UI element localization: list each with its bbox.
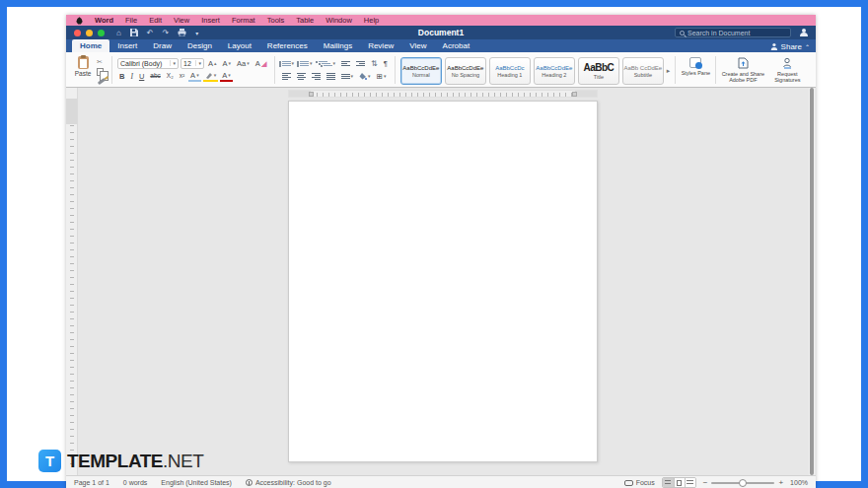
document-page[interactable]: [288, 101, 598, 462]
tab-insert[interactable]: Insert: [109, 39, 145, 52]
view-mode-web[interactable]: [685, 478, 695, 487]
tab-view[interactable]: View: [401, 39, 434, 52]
account-icon[interactable]: [799, 29, 808, 37]
vertical-scrollbar[interactable]: [809, 88, 815, 475]
page-count[interactable]: Page 1 of 1: [74, 479, 109, 486]
subscript-button[interactable]: X₂: [165, 72, 176, 81]
copy-icon[interactable]: [97, 68, 104, 76]
undo-icon[interactable]: ↶: [147, 29, 154, 37]
clipboard-small-buttons: ✂: [96, 54, 107, 86]
scrollbar-thumb[interactable]: [810, 88, 814, 475]
language-status[interactable]: English (United States): [161, 479, 232, 486]
view-mode-draft[interactable]: [663, 478, 674, 487]
zoom-window-button[interactable]: [98, 30, 105, 36]
font-name-combo[interactable]: Calibri (Body) ▾: [117, 58, 179, 69]
more-styles-icon[interactable]: ▸: [667, 67, 671, 75]
request-signatures-button[interactable]: Request Signatures: [768, 54, 806, 86]
font-color-button[interactable]: A▾: [220, 71, 233, 83]
tab-acrobat[interactable]: Acrobat: [435, 39, 478, 52]
highlight-button[interactable]: ▾: [203, 71, 219, 82]
tab-draw[interactable]: Draw: [145, 39, 180, 52]
style-title[interactable]: AaBbC Title: [578, 57, 619, 85]
view-mode-print-layout[interactable]: [674, 478, 685, 487]
underline-button[interactable]: U: [137, 72, 146, 82]
decrease-indent-button[interactable]: [339, 60, 352, 67]
sort-button[interactable]: ⇅: [369, 59, 380, 69]
menu-file[interactable]: File: [125, 16, 137, 25]
style-heading-2[interactable]: AaBbCcDdEe Heading 2: [534, 57, 575, 85]
bold-button[interactable]: B: [117, 72, 126, 82]
change-case-button[interactable]: Aa▾: [235, 59, 252, 69]
menu-help[interactable]: Help: [364, 16, 379, 25]
borders-button[interactable]: ⊞▾: [375, 72, 389, 82]
align-center-button[interactable]: [295, 72, 308, 81]
italic-button[interactable]: I: [128, 72, 135, 82]
style-heading-1[interactable]: AaBbCcDc Heading 1: [489, 57, 531, 85]
focus-toggle[interactable]: Focus: [624, 479, 655, 486]
cut-icon[interactable]: ✂: [97, 58, 106, 66]
minimize-window-button[interactable]: [86, 30, 93, 36]
paste-label: Paste: [75, 70, 92, 77]
align-right-button[interactable]: [310, 72, 323, 81]
indent-marker-left[interactable]: [309, 92, 314, 97]
style-no-spacing[interactable]: AaBbCcDdEe No Spacing: [445, 57, 486, 85]
qat-customize-icon[interactable]: ▾: [195, 30, 198, 36]
menu-view[interactable]: View: [174, 16, 189, 25]
zoom-slider-track[interactable]: [711, 482, 774, 484]
style-subtitle[interactable]: AaBb CcDdEe Subtitle: [622, 57, 664, 85]
search-box[interactable]: [675, 28, 791, 37]
save-icon[interactable]: [130, 29, 138, 36]
show-paragraph-marks-button[interactable]: ¶: [382, 59, 390, 69]
style-normal[interactable]: AaBbCcDdEe Normal: [400, 57, 442, 85]
apple-menu-icon[interactable]: [76, 17, 83, 25]
align-left-button[interactable]: [280, 72, 293, 81]
shading-button[interactable]: ▾: [357, 72, 373, 81]
indent-marker-right[interactable]: [572, 92, 577, 97]
zoom-slider-thumb[interactable]: [739, 479, 747, 487]
menu-window[interactable]: Window: [326, 16, 352, 25]
share-button[interactable]: Share ⌃: [769, 42, 810, 52]
redo-icon[interactable]: ↷: [163, 29, 170, 37]
strikethrough-button[interactable]: abc: [148, 72, 162, 81]
tab-references[interactable]: References: [259, 39, 316, 52]
menu-insert[interactable]: Insert: [201, 16, 220, 25]
clear-formatting-button[interactable]: A◢: [253, 59, 269, 69]
numbered-list-button[interactable]: ▾: [298, 60, 315, 67]
tab-review[interactable]: Review: [360, 39, 401, 52]
titlebar-right: [675, 28, 808, 37]
accessibility-status[interactable]: Accessibility: Good to go: [246, 479, 331, 486]
search-input[interactable]: [687, 30, 786, 36]
tab-home[interactable]: Home: [72, 39, 109, 52]
grow-font-button[interactable]: A▴: [206, 59, 219, 69]
tab-mailings[interactable]: Mailings: [316, 39, 360, 52]
multilevel-list-button[interactable]: ▾: [317, 60, 338, 67]
zoom-level[interactable]: 100%: [790, 479, 808, 486]
superscript-button[interactable]: x²: [178, 72, 186, 81]
share-chevron-icon: ⌃: [805, 44, 810, 50]
paste-button[interactable]: Paste: [70, 54, 96, 86]
menu-format[interactable]: Format: [232, 16, 255, 25]
styles-pane-button[interactable]: Styles Pane: [681, 54, 710, 86]
menu-edit[interactable]: Edit: [149, 16, 162, 25]
font-size-combo[interactable]: 12 ▾: [181, 58, 204, 69]
zoom-in-button[interactable]: +: [778, 478, 783, 487]
close-window-button[interactable]: [74, 30, 81, 36]
line-spacing-button[interactable]: ▾: [339, 73, 356, 80]
print-icon[interactable]: [178, 29, 186, 36]
title-bar: ⌂ ↶ ↷ ▾ Document1: [66, 26, 816, 39]
word-count[interactable]: 0 words: [123, 479, 148, 486]
menu-table[interactable]: Table: [296, 16, 314, 25]
tab-design[interactable]: Design: [180, 39, 220, 52]
tab-layout[interactable]: Layout: [220, 39, 259, 52]
zoom-out-button[interactable]: −: [703, 478, 708, 487]
text-effects-button[interactable]: A▾: [188, 71, 201, 83]
adobe-pdf-button[interactable]: Create and Share Adobe PDF: [721, 54, 764, 86]
share-person-icon: [770, 43, 777, 50]
bullet-list-button[interactable]: ▾: [280, 60, 297, 67]
increase-indent-button[interactable]: [354, 60, 367, 67]
menu-word[interactable]: Word: [95, 16, 113, 25]
home-icon[interactable]: ⌂: [116, 29, 121, 37]
shrink-font-button[interactable]: A▾: [221, 59, 234, 69]
justify-button[interactable]: [325, 72, 337, 81]
menu-tools[interactable]: Tools: [267, 16, 285, 25]
